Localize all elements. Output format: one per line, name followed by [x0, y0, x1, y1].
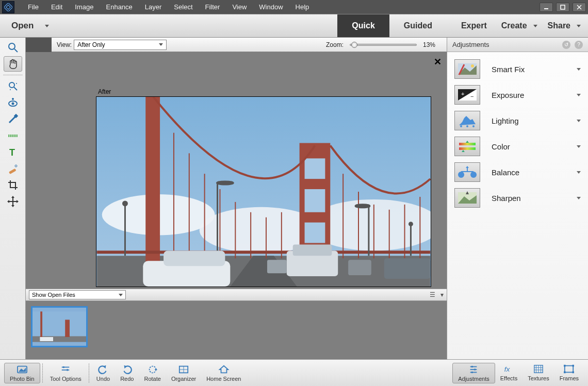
- eye-tool[interactable]: [4, 95, 22, 110]
- bb-rotate[interactable]: Rotate: [139, 363, 166, 383]
- view-value: After Only: [77, 41, 105, 48]
- move-tool[interactable]: [4, 194, 22, 209]
- maximize-button[interactable]: [556, 3, 569, 12]
- panel-title: Adjustments: [452, 41, 489, 48]
- menu-edit[interactable]: Edit: [45, 1, 69, 13]
- menu-select[interactable]: Select: [168, 1, 199, 13]
- svg-marker-112: [220, 365, 228, 373]
- crop-tool[interactable]: [4, 177, 22, 193]
- menu-filter[interactable]: Filter: [199, 1, 226, 13]
- svg-rect-76: [40, 311, 42, 338]
- menu-file[interactable]: File: [22, 1, 45, 13]
- svg-point-86: [460, 125, 462, 127]
- svg-point-61: [217, 181, 233, 184]
- photobin-icons: ☰ ▾: [430, 291, 444, 298]
- caret-down-icon: [577, 25, 581, 27]
- adj-smart-fix[interactable]: Smart Fix: [447, 56, 588, 82]
- bb-label: Tool Options: [50, 376, 81, 382]
- bb-textures[interactable]: Textures: [522, 363, 554, 383]
- share-button[interactable]: Share: [548, 21, 581, 30]
- caret-down-icon: [577, 68, 581, 71]
- bb-effects[interactable]: fxEffects: [495, 363, 522, 383]
- bb-photo-bin[interactable]: Photo Bin: [4, 363, 40, 383]
- bb-adjustments[interactable]: Adjustments: [452, 363, 495, 383]
- svg-point-25: [15, 165, 17, 167]
- quick-select-tool[interactable]: [4, 78, 22, 94]
- adj-lighting[interactable]: Lighting: [447, 108, 588, 133]
- mode-tab-expert[interactable]: Expert: [447, 14, 501, 37]
- bb-redo[interactable]: Redo: [115, 363, 139, 383]
- svg-rect-90: [459, 147, 476, 150]
- open-button[interactable]: Open: [0, 14, 60, 37]
- after-label: After: [98, 88, 111, 95]
- whiten-tool[interactable]: [4, 111, 22, 127]
- bb-frames[interactable]: Frames: [554, 363, 584, 383]
- svg-rect-129: [564, 371, 566, 373]
- mode-tabs: QuickGuidedExpert: [337, 14, 501, 37]
- adj-label: Lighting: [492, 116, 519, 125]
- mode-tab-guided[interactable]: Guided: [389, 14, 447, 37]
- photobin-list-icon[interactable]: ☰: [430, 291, 435, 298]
- bb-home-screen[interactable]: Home Screen: [201, 363, 246, 383]
- minimize-button[interactable]: [540, 3, 553, 12]
- adj-icon: +−: [454, 85, 480, 105]
- adj-sharpen[interactable]: Sharpen: [447, 185, 588, 211]
- bridge-photo: [96, 97, 431, 287]
- zoom-tool[interactable]: [4, 40, 22, 55]
- svg-marker-108: [154, 368, 157, 370]
- caret-down-icon: [577, 120, 581, 122]
- zoom-slider[interactable]: [350, 44, 417, 46]
- modebar: Open QuickGuidedExpert Create Share: [0, 14, 588, 38]
- bb-label: Effects: [500, 375, 517, 381]
- hand-tool[interactable]: [4, 56, 22, 72]
- mode-tab-quick[interactable]: Quick: [337, 14, 389, 37]
- canvas-area[interactable]: ✕ After: [26, 52, 447, 289]
- bb-label: Undo: [96, 376, 110, 382]
- svg-point-117: [474, 368, 476, 371]
- bb-tool-options[interactable]: Tool Options: [45, 363, 87, 383]
- svg-marker-92: [462, 150, 465, 152]
- svg-line-7: [14, 49, 18, 52]
- photobin: [26, 301, 447, 359]
- svg-marker-29: [11, 205, 14, 207]
- caret-down-icon: [159, 43, 163, 46]
- menu-layer[interactable]: Layer: [139, 1, 168, 13]
- adj-exposure[interactable]: +−Exposure: [447, 82, 588, 108]
- bb-undo[interactable]: Undo: [91, 363, 115, 383]
- photobin-menu-icon[interactable]: ▾: [440, 291, 444, 298]
- adj-label: Sharpen: [492, 194, 521, 203]
- svg-rect-42: [145, 97, 160, 266]
- adj-balance[interactable]: Balance: [447, 159, 588, 185]
- help-icon[interactable]: ?: [575, 41, 583, 49]
- svg-point-8: [9, 82, 14, 88]
- svg-rect-41: [305, 223, 325, 243]
- menu-window[interactable]: Window: [253, 1, 289, 13]
- svg-point-116: [471, 365, 473, 367]
- caret-down-icon: [45, 25, 49, 27]
- caret-down-icon: [577, 171, 581, 174]
- menu-enhance[interactable]: Enhance: [100, 1, 139, 13]
- adj-color[interactable]: Color: [447, 133, 588, 159]
- spot-heal-tool[interactable]: [4, 161, 22, 176]
- svg-marker-30: [7, 200, 9, 203]
- menu-help[interactable]: Help: [289, 1, 316, 13]
- svg-rect-89: [459, 143, 476, 145]
- close-button[interactable]: [573, 3, 586, 12]
- photobin-thumb[interactable]: [31, 306, 88, 347]
- bottombar: Photo BinTool OptionsUndoRedoRotateOrgan…: [0, 359, 588, 386]
- reset-icon[interactable]: ↺: [562, 41, 570, 49]
- caret-down-icon: [577, 145, 581, 148]
- close-document-button[interactable]: ✕: [434, 56, 442, 68]
- photobin-select[interactable]: Show Open Files: [29, 290, 126, 299]
- straighten-tool[interactable]: [4, 128, 22, 143]
- type-tool[interactable]: T: [4, 144, 22, 160]
- view-select[interactable]: After Only: [74, 40, 167, 50]
- zoom-thumb[interactable]: [351, 42, 357, 48]
- bb-organizer[interactable]: Organizer: [166, 363, 201, 383]
- svg-rect-126: [565, 365, 573, 372]
- svg-rect-70: [267, 260, 287, 273]
- caret-down-icon: [119, 294, 123, 296]
- menu-view[interactable]: View: [226, 1, 253, 13]
- create-button[interactable]: Create: [501, 21, 537, 30]
- menu-image[interactable]: Image: [69, 1, 100, 13]
